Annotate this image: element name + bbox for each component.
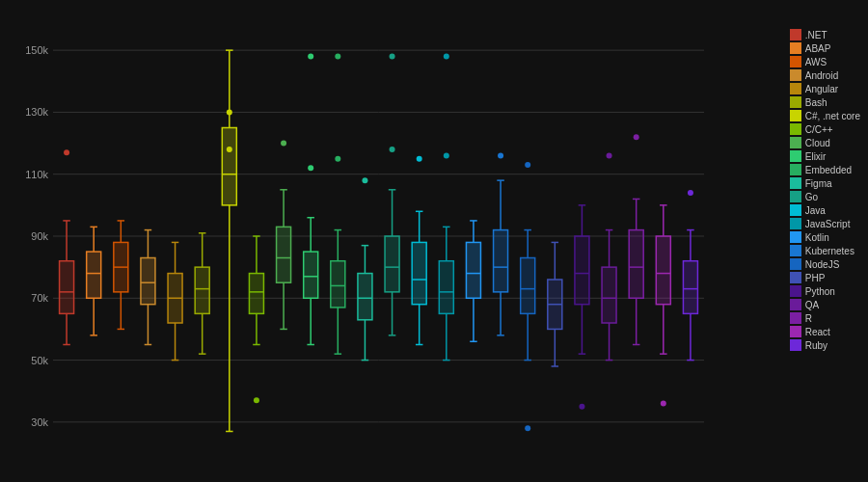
legend-label: Python	[805, 286, 835, 297]
legend-item: Kotlin	[790, 231, 860, 243]
legend-color-box	[790, 272, 801, 283]
legend-color-box	[790, 137, 801, 148]
legend-label: Java	[805, 205, 826, 216]
legend-item: Cloud	[790, 137, 860, 148]
legend-label: Elixir	[805, 151, 827, 162]
legend-color-box	[790, 245, 801, 256]
legend-label: Kotlin	[805, 232, 829, 243]
legend-label: .NET	[805, 30, 827, 40]
legend-label: Kubernetes	[805, 246, 854, 256]
legend-color-box	[790, 29, 801, 40]
legend-item: Go	[790, 191, 860, 202]
legend-item: ABAP	[790, 42, 860, 54]
legend-label: PHP	[805, 273, 826, 283]
legend-item: NodeJS	[790, 258, 860, 270]
legend-color-box	[790, 339, 801, 351]
legend-color-box	[790, 110, 801, 121]
chart-container: .NETABAPAWSAndroidAngularBashC#, .net co…	[0, 0, 868, 482]
legend: .NETABAPAWSAndroidAngularBashC#, .net co…	[790, 29, 860, 351]
legend-item: C#, .net core	[790, 110, 860, 121]
legend-color-box	[790, 177, 801, 189]
legend-color-box	[790, 312, 801, 324]
legend-label: React	[805, 327, 830, 337]
legend-color-box	[790, 123, 801, 135]
legend-label: Embedded	[805, 165, 852, 175]
legend-item: Python	[790, 285, 860, 297]
legend-item: Angular	[790, 83, 860, 94]
legend-item: R	[790, 312, 860, 324]
legend-label: Android	[805, 70, 838, 81]
legend-label: QA	[805, 300, 819, 310]
legend-color-box	[790, 204, 801, 216]
legend-color-box	[790, 285, 801, 297]
legend-item: AWS	[790, 56, 860, 67]
legend-color-box	[790, 150, 801, 162]
legend-item: PHP	[790, 272, 860, 283]
legend-item: Android	[790, 69, 860, 81]
legend-item: Ruby	[790, 339, 860, 351]
legend-item: Java	[790, 204, 860, 216]
legend-color-box	[790, 56, 801, 67]
legend-color-box	[790, 164, 801, 175]
box-plot-chart	[0, 0, 868, 482]
legend-label: R	[805, 313, 812, 324]
legend-color-box	[790, 299, 801, 310]
legend-item: React	[790, 326, 860, 337]
legend-label: NodeJS	[805, 259, 840, 270]
legend-item: Embedded	[790, 164, 860, 175]
legend-label: C/C++	[805, 124, 833, 135]
legend-color-box	[790, 42, 801, 54]
legend-label: AWS	[805, 57, 827, 67]
legend-label: Figma	[805, 178, 832, 189]
legend-item: Figma	[790, 177, 860, 189]
legend-color-box	[790, 191, 801, 202]
legend-item: Bash	[790, 96, 860, 108]
legend-label: ABAP	[805, 43, 831, 54]
legend-label: Go	[805, 192, 818, 202]
legend-label: C#, .net core	[805, 111, 860, 121]
legend-label: Cloud	[805, 138, 830, 148]
legend-item: Kubernetes	[790, 245, 860, 256]
legend-label: Ruby	[805, 340, 827, 351]
legend-color-box	[790, 96, 801, 108]
legend-color-box	[790, 83, 801, 94]
legend-label: JavaScript	[805, 219, 851, 229]
legend-color-box	[790, 69, 801, 81]
legend-label: Angular	[805, 84, 838, 94]
legend-item: JavaScript	[790, 218, 860, 229]
legend-item: C/C++	[790, 123, 860, 135]
legend-item: Elixir	[790, 150, 860, 162]
legend-item: .NET	[790, 29, 860, 40]
legend-item: QA	[790, 299, 860, 310]
legend-color-box	[790, 231, 801, 243]
legend-color-box	[790, 258, 801, 270]
legend-label: Bash	[805, 97, 827, 108]
legend-color-box	[790, 326, 801, 337]
legend-color-box	[790, 218, 801, 229]
